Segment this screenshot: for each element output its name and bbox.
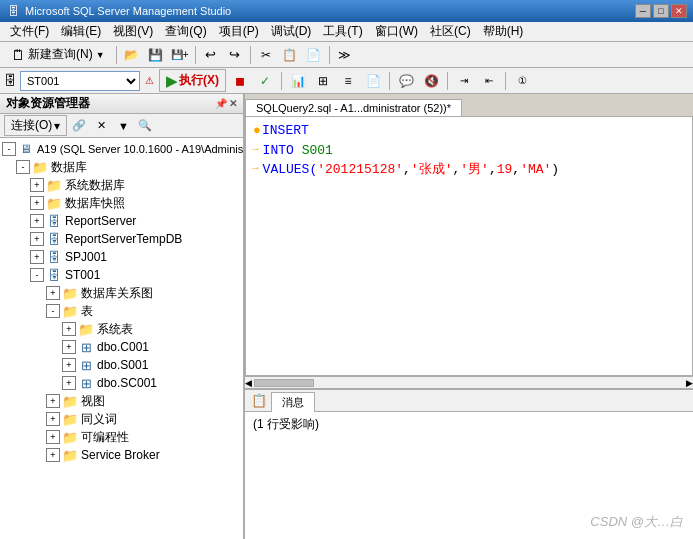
expand-s001-icon[interactable]: +: [62, 358, 76, 372]
expand-snapshots-icon[interactable]: +: [30, 196, 44, 210]
indent-button[interactable]: ⇥: [453, 70, 475, 92]
results-tab-messages[interactable]: 消息: [271, 392, 315, 412]
menu-project[interactable]: 项目(P): [213, 22, 265, 41]
close-button[interactable]: ✕: [671, 4, 687, 18]
tree-node-reportserver-tempdb[interactable]: + 🗄 ReportServerTempDB: [0, 230, 243, 248]
expand-c001-icon[interactable]: +: [62, 340, 76, 354]
expand-procs-icon[interactable]: +: [46, 430, 60, 444]
disconnect-button[interactable]: ✕: [91, 116, 111, 136]
sql-editor[interactable]: ● INSERT → INTO S001 → VALUES('201215128…: [245, 116, 693, 376]
minimize-button[interactable]: ─: [635, 4, 651, 18]
menu-view[interactable]: 视图(V): [107, 22, 159, 41]
val-2: '张成': [411, 160, 453, 180]
spj001-label: SPJ001: [65, 250, 107, 264]
specify-values-button[interactable]: ①: [511, 70, 533, 92]
save-all-button[interactable]: 💾+: [169, 44, 191, 66]
paste-button[interactable]: 📄: [303, 44, 325, 66]
tree-node-dbo-c001[interactable]: + ⊞ dbo.C001: [0, 338, 243, 356]
c001-label: dbo.C001: [97, 340, 149, 354]
tree-node-system-dbs[interactable]: + 📁 系统数据库: [0, 176, 243, 194]
redo-button[interactable]: ↪: [224, 44, 246, 66]
stop-button[interactable]: ◼: [229, 70, 251, 92]
tree-node-procs[interactable]: + 📁 可编程性: [0, 428, 243, 446]
menu-query[interactable]: 查询(Q): [159, 22, 212, 41]
tree-node-sys-tables[interactable]: + 📁 系统表: [0, 320, 243, 338]
result-message: (1 行受影响): [253, 417, 319, 431]
uncomment-button[interactable]: 🔇: [420, 70, 442, 92]
window-controls[interactable]: ─ □ ✕: [635, 4, 687, 18]
sql-line-3: → VALUES('201215128','张成','男',19,'MA'): [252, 160, 686, 180]
editor-tab-bar: SQLQuery2.sql - A1...dministrator (52))*: [245, 94, 693, 116]
databases-label: 数据库: [51, 159, 87, 176]
connect-button[interactable]: 连接(O) ▾: [4, 115, 67, 136]
expand-st001-icon[interactable]: -: [30, 268, 44, 282]
expand-sys-tables-icon[interactable]: +: [62, 322, 76, 336]
tree-node-spj001[interactable]: + 🗄 SPJ001: [0, 248, 243, 266]
copy-button[interactable]: 📋: [279, 44, 301, 66]
tree-node-st001[interactable]: - 🗄 ST001: [0, 266, 243, 284]
tree-node-service-broker[interactable]: + 📁 Service Broker: [0, 446, 243, 464]
cut-button[interactable]: ✂: [255, 44, 277, 66]
menu-tools[interactable]: 工具(T): [317, 22, 368, 41]
new-query-button[interactable]: 🗒 新建查询(N) ▼: [4, 43, 112, 66]
app-title: Microsoft SQL Server Management Studio: [25, 5, 635, 17]
show-file-button[interactable]: 📄: [362, 70, 384, 92]
tree-node-tables[interactable]: - 📁 表: [0, 302, 243, 320]
expand-views-icon[interactable]: +: [46, 394, 60, 408]
outdent-button[interactable]: ⇤: [478, 70, 500, 92]
close-panel-icon[interactable]: ✕: [229, 98, 237, 109]
expand-synonyms-icon[interactable]: +: [46, 412, 60, 426]
refresh-panel-button[interactable]: 🔗: [69, 116, 89, 136]
tree-node-databases[interactable]: - 📁 数据库: [0, 158, 243, 176]
scroll-right-icon[interactable]: ▶: [686, 378, 693, 388]
save-button[interactable]: 💾: [145, 44, 167, 66]
expand-rstemp-icon[interactable]: +: [30, 232, 44, 246]
tree-node-dbo-sc001[interactable]: + ⊞ dbo.SC001: [0, 374, 243, 392]
expand-server-icon[interactable]: -: [2, 142, 16, 156]
search-object-button[interactable]: 🔍: [135, 116, 155, 136]
filter-button[interactable]: ▼: [113, 116, 133, 136]
pin-icon[interactable]: 📌: [215, 98, 227, 109]
tree-node-db-snapshots[interactable]: + 📁 数据库快照: [0, 194, 243, 212]
expand-system-dbs-icon[interactable]: +: [30, 178, 44, 192]
menu-debug[interactable]: 调试(D): [265, 22, 318, 41]
more-button[interactable]: ≫: [334, 44, 356, 66]
comment-button[interactable]: 💬: [395, 70, 417, 92]
expand-diagrams-icon[interactable]: +: [46, 286, 60, 300]
tree-node-reportserver[interactable]: + 🗄 ReportServer: [0, 212, 243, 230]
menu-help[interactable]: 帮助(H): [477, 22, 530, 41]
rstemp-icon: 🗄: [46, 231, 62, 247]
editor-tab-query2[interactable]: SQLQuery2.sql - A1...dministrator (52))*: [245, 99, 462, 117]
display-results-button[interactable]: 📊: [287, 70, 309, 92]
h-scrollbar-thumb[interactable]: [254, 379, 314, 387]
open-button[interactable]: 📂: [121, 44, 143, 66]
parse-button[interactable]: ✓: [254, 70, 276, 92]
menu-edit[interactable]: 编辑(E): [55, 22, 107, 41]
expand-databases-icon[interactable]: -: [16, 160, 30, 174]
undo-button[interactable]: ↩: [200, 44, 222, 66]
menu-file[interactable]: 文件(F): [4, 22, 55, 41]
panel-title-text: 对象资源管理器: [6, 95, 90, 112]
database-selector[interactable]: ST001: [20, 71, 140, 91]
separator1: [116, 46, 117, 64]
maximize-button[interactable]: □: [653, 4, 669, 18]
expand-reportserver-icon[interactable]: +: [30, 214, 44, 228]
menu-window[interactable]: 窗口(W): [369, 22, 424, 41]
tree-node-dbo-s001[interactable]: + ⊞ dbo.S001: [0, 356, 243, 374]
execute-button[interactable]: ▶ 执行(X): [159, 69, 226, 92]
show-text-button[interactable]: ≡: [337, 70, 359, 92]
expand-tables-icon[interactable]: -: [46, 304, 60, 318]
expand-broker-icon[interactable]: +: [46, 448, 60, 462]
tree-node-views[interactable]: + 📁 视图: [0, 392, 243, 410]
expand-sc001-icon[interactable]: +: [62, 376, 76, 390]
tree-node-dbdiagrams[interactable]: + 📁 数据库关系图: [0, 284, 243, 302]
scroll-left-icon[interactable]: ◀: [245, 378, 252, 388]
menu-community[interactable]: 社区(C): [424, 22, 477, 41]
procs-label: 可编程性: [81, 429, 129, 446]
expand-spj-icon[interactable]: +: [30, 250, 44, 264]
editor-h-scrollbar[interactable]: ◀ ▶: [245, 376, 693, 388]
show-grid-button[interactable]: ⊞: [312, 70, 334, 92]
sys-tables-icon: 📁: [78, 321, 94, 337]
tree-node-synonyms[interactable]: + 📁 同义词: [0, 410, 243, 428]
tree-node-server[interactable]: - 🖥 A19 (SQL Server 10.0.1600 - A19\Admi…: [0, 140, 243, 158]
